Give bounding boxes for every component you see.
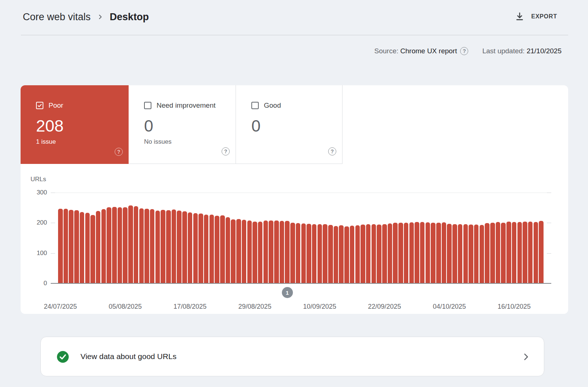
chart-bar[interactable]: [161, 210, 165, 283]
chart-bar[interactable]: [220, 215, 225, 283]
chart-bar[interactable]: [409, 222, 414, 283]
status-card-need-improvement[interactable]: Need improvement 0 No issues ?: [129, 85, 236, 164]
chart-bar[interactable]: [74, 210, 79, 283]
status-card-poor[interactable]: Poor 208 1 issue ?: [21, 85, 129, 164]
chart-bar[interactable]: [139, 208, 144, 283]
chart-bar[interactable]: [463, 224, 468, 283]
chart-bar[interactable]: [193, 213, 198, 283]
chart-bar[interactable]: [436, 223, 441, 283]
chart-bar[interactable]: [269, 221, 273, 283]
chart-bar[interactable]: [123, 207, 128, 283]
chart-bar[interactable]: [58, 209, 63, 283]
chart-bar[interactable]: [263, 221, 268, 283]
chart-bar[interactable]: [226, 217, 230, 283]
chart-bar[interactable]: [501, 223, 506, 283]
chart-bar[interactable]: [209, 215, 214, 283]
chart-bar[interactable]: [242, 220, 247, 283]
chart-bar[interactable]: [426, 222, 430, 283]
chart-bar[interactable]: [301, 223, 306, 283]
chart-bar[interactable]: [258, 222, 263, 283]
poor-checkbox-checked-icon[interactable]: [36, 102, 43, 109]
card-help-icon[interactable]: ?: [328, 147, 336, 155]
chart-bar[interactable]: [398, 223, 403, 283]
chart-bar[interactable]: [296, 223, 301, 283]
chart-bar[interactable]: [339, 225, 344, 283]
chart-bar[interactable]: [69, 210, 74, 283]
chart-bar[interactable]: [490, 223, 495, 283]
chart-bar[interactable]: [155, 211, 160, 283]
timeline-annotation-marker[interactable]: 1: [282, 287, 293, 298]
chart-bar[interactable]: [144, 209, 149, 283]
breadcrumb-root-link[interactable]: Core web vitals: [23, 11, 91, 23]
card-help-icon[interactable]: ?: [222, 147, 230, 155]
chart-bar[interactable]: [182, 211, 187, 283]
chart-bar[interactable]: [134, 206, 139, 283]
chart-bar[interactable]: [280, 221, 284, 283]
chart-bar[interactable]: [458, 224, 463, 283]
need-improvement-checkbox-icon[interactable]: [144, 102, 151, 109]
chart-bar[interactable]: [198, 214, 203, 283]
chart-bar[interactable]: [431, 223, 435, 283]
chart-bar[interactable]: [512, 222, 517, 283]
chart-bar[interactable]: [350, 226, 355, 283]
chart-bar[interactable]: [215, 216, 219, 283]
chart-bar[interactable]: [90, 215, 95, 283]
chart-bar[interactable]: [236, 219, 241, 283]
chart-bar[interactable]: [404, 223, 409, 283]
chart-bar[interactable]: [166, 210, 171, 283]
chart-bar[interactable]: [361, 225, 365, 283]
chart-bar[interactable]: [247, 221, 252, 283]
chart-bar[interactable]: [252, 222, 257, 283]
chart-bar[interactable]: [312, 224, 317, 283]
chart-bar[interactable]: [231, 219, 236, 283]
chart-bar[interactable]: [372, 224, 376, 283]
chart-bar[interactable]: [80, 212, 85, 283]
chart-bar[interactable]: [528, 222, 533, 283]
card-help-icon[interactable]: ?: [115, 148, 123, 156]
chart-bar[interactable]: [415, 222, 419, 283]
chart-bar[interactable]: [366, 224, 371, 283]
chart-bar[interactable]: [274, 221, 279, 283]
status-card-good[interactable]: Good 0 ?: [236, 85, 343, 164]
chart-bar[interactable]: [290, 223, 295, 283]
chart-bar[interactable]: [480, 225, 484, 283]
chart-bar[interactable]: [306, 224, 311, 283]
chart-bar[interactable]: [328, 225, 333, 283]
chart-bar[interactable]: [496, 222, 501, 283]
chart-bar[interactable]: [177, 211, 182, 283]
source-help-icon[interactable]: ?: [460, 47, 468, 55]
chart-bar[interactable]: [96, 211, 101, 283]
chart-bar[interactable]: [85, 213, 90, 283]
chart-bar[interactable]: [64, 209, 68, 283]
chart-bar[interactable]: [539, 221, 544, 283]
chart-bar[interactable]: [188, 212, 193, 283]
chart-bar[interactable]: [112, 207, 117, 283]
chart-bar[interactable]: [506, 222, 511, 283]
chart-bar[interactable]: [534, 222, 538, 283]
chart-bar[interactable]: [393, 223, 398, 283]
good-checkbox-icon[interactable]: [251, 102, 259, 109]
chart-bar[interactable]: [204, 215, 209, 283]
chart-bar[interactable]: [318, 224, 322, 283]
chart-bar[interactable]: [517, 222, 522, 283]
chart-bar[interactable]: [474, 225, 479, 283]
chart-bar[interactable]: [469, 225, 473, 283]
view-good-urls-card[interactable]: View data about good URLs: [40, 337, 544, 376]
chart-bar[interactable]: [101, 209, 106, 283]
chart-bar[interactable]: [485, 223, 490, 283]
chart-bar[interactable]: [118, 207, 122, 283]
chart-bar[interactable]: [382, 224, 387, 283]
chart-bar[interactable]: [323, 224, 327, 283]
chart-bar[interactable]: [388, 223, 392, 283]
export-button[interactable]: EXPORT: [515, 10, 557, 24]
chart-bar[interactable]: [447, 224, 452, 283]
chart-bar[interactable]: [452, 224, 457, 283]
chart-bar[interactable]: [442, 222, 447, 283]
chart-bar[interactable]: [150, 209, 155, 283]
chart-bar[interactable]: [334, 226, 338, 283]
chart-bar[interactable]: [285, 221, 290, 283]
chart-bar[interactable]: [344, 226, 349, 283]
chart-bar[interactable]: [355, 225, 360, 283]
chart-bar[interactable]: [128, 205, 133, 283]
chart-bar[interactable]: [172, 209, 176, 283]
